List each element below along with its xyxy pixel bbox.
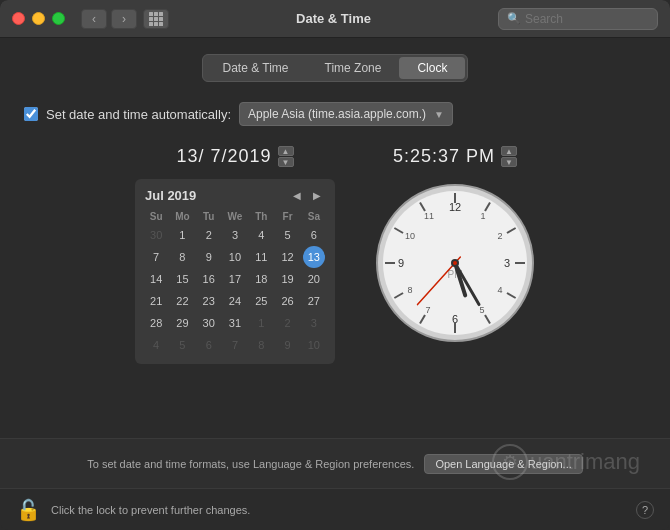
calendar-widget: Jul 2019 ◀ ▶ SuMoTuWeThFrSa3012345678910…: [135, 179, 335, 364]
back-button[interactable]: ‹: [81, 9, 107, 29]
tab-datetime[interactable]: Date & Time: [205, 57, 307, 79]
calendar-day[interactable]: 5: [277, 224, 299, 246]
time-display: 5:25:37 PM: [393, 146, 495, 167]
watermark: ⚙ uantrimang: [492, 444, 640, 480]
content-area: Date & Time Time Zone Clock Set date and…: [0, 38, 670, 380]
tab-clock[interactable]: Clock: [399, 57, 465, 79]
calendar-day: 2: [277, 312, 299, 334]
calendar-day[interactable]: 3: [224, 224, 246, 246]
help-button[interactable]: ?: [636, 501, 654, 519]
calendar-day[interactable]: 15: [171, 268, 193, 290]
calendar-day[interactable]: 11: [250, 246, 272, 268]
calendar-week-row: 45678910: [143, 334, 327, 356]
svg-text:5: 5: [479, 305, 484, 315]
watermark-icon: ⚙: [492, 444, 528, 480]
svg-text:11: 11: [424, 211, 434, 221]
calendar-day[interactable]: 9: [198, 246, 220, 268]
calendar-grid: SuMoTuWeThFrSa30123456789101112131415161…: [143, 209, 327, 356]
date-up-arrow[interactable]: ▲: [278, 146, 294, 156]
time-stepper[interactable]: ▲ ▼: [501, 146, 517, 167]
svg-text:12: 12: [449, 201, 461, 213]
calendar-nav: ◀ ▶: [289, 187, 325, 203]
calendar-day[interactable]: 12: [277, 246, 299, 268]
calendar-day[interactable]: 25: [250, 290, 272, 312]
calendar-day[interactable]: 31: [224, 312, 246, 334]
server-select[interactable]: Apple Asia (time.asia.apple.com.) ▼: [239, 102, 453, 126]
search-input[interactable]: [525, 12, 649, 26]
titlebar: ‹ › Date & Time 🔍: [0, 0, 670, 38]
calendar-day[interactable]: 13: [303, 246, 325, 268]
svg-text:10: 10: [405, 231, 415, 241]
clock-section: 5:25:37 PM ▲ ▼: [375, 146, 535, 343]
calendar-day[interactable]: 17: [224, 268, 246, 290]
time-up-arrow[interactable]: ▲: [501, 146, 517, 156]
calendar-day-header: Sa: [301, 209, 327, 224]
traffic-lights: [12, 12, 65, 25]
calendar-month-year: Jul 2019: [145, 188, 196, 203]
lock-text: Click the lock to prevent further change…: [51, 504, 250, 516]
calendar-day[interactable]: 26: [277, 290, 299, 312]
svg-text:1: 1: [480, 211, 485, 221]
auto-set-checkbox[interactable]: [24, 107, 38, 121]
calendar-day[interactable]: 28: [145, 312, 167, 334]
calendar-section: 13/ 7/2019 ▲ ▼ Jul 2019 ◀ ▶: [135, 146, 335, 364]
calendar-day: 7: [224, 334, 246, 356]
calendar-day[interactable]: 21: [145, 290, 167, 312]
calendar-week-row: 14151617181920: [143, 268, 327, 290]
calendar-day: 4: [145, 334, 167, 356]
calendar-day-header: Fr: [274, 209, 300, 224]
calendar-day[interactable]: 7: [145, 246, 167, 268]
server-name: Apple Asia (time.asia.apple.com.): [248, 107, 426, 121]
svg-text:9: 9: [398, 257, 404, 269]
lock-bar: 🔓 Click the lock to prevent further chan…: [0, 488, 670, 530]
time-down-arrow[interactable]: ▼: [501, 157, 517, 167]
date-down-arrow[interactable]: ▼: [278, 157, 294, 167]
calendar-day-header: Mo: [169, 209, 195, 224]
calendar-next-button[interactable]: ▶: [309, 187, 325, 203]
calendar-day[interactable]: 1: [171, 224, 193, 246]
calendar-day[interactable]: 18: [250, 268, 272, 290]
time-input-row: 5:25:37 PM ▲ ▼: [393, 146, 517, 167]
calendar-day[interactable]: 16: [198, 268, 220, 290]
tab-timezone[interactable]: Time Zone: [307, 57, 400, 79]
calendar-day[interactable]: 20: [303, 268, 325, 290]
calendar-day[interactable]: 6: [303, 224, 325, 246]
grid-icon: [149, 12, 163, 26]
calendar-day[interactable]: 24: [224, 290, 246, 312]
calendar-header: Jul 2019 ◀ ▶: [143, 187, 327, 203]
dropdown-arrow-icon: ▼: [434, 109, 444, 120]
window-title: Date & Time: [169, 11, 498, 26]
calendar-day-header: Th: [248, 209, 274, 224]
calendar-day: 6: [198, 334, 220, 356]
minimize-button[interactable]: [32, 12, 45, 25]
calendar-day: 1: [250, 312, 272, 334]
forward-button[interactable]: ›: [111, 9, 137, 29]
calendar-day[interactable]: 8: [171, 246, 193, 268]
watermark-text: uantrimang: [530, 449, 640, 475]
svg-text:8: 8: [407, 285, 412, 295]
lock-icon[interactable]: 🔓: [16, 498, 41, 522]
calendar-day[interactable]: 19: [277, 268, 299, 290]
svg-point-28: [453, 261, 457, 265]
calendar-day[interactable]: 30: [198, 312, 220, 334]
maximize-button[interactable]: [52, 12, 65, 25]
close-button[interactable]: [12, 12, 25, 25]
search-box[interactable]: 🔍: [498, 8, 658, 30]
analog-clock: 12 3 6 9 1 2 4 5 7 8 10 11 PM: [375, 183, 535, 343]
clock-face-svg: 12 3 6 9 1 2 4 5 7 8 10 11 PM: [375, 183, 535, 343]
calendar-day[interactable]: 10: [224, 246, 246, 268]
date-stepper[interactable]: ▲ ▼: [278, 146, 294, 167]
calendar-day[interactable]: 23: [198, 290, 220, 312]
calendar-prev-button[interactable]: ◀: [289, 187, 305, 203]
calendar-day-header: Tu: [196, 209, 222, 224]
calendar-day[interactable]: 2: [198, 224, 220, 246]
grid-view-button[interactable]: [143, 9, 169, 29]
calendar-day[interactable]: 4: [250, 224, 272, 246]
calendar-day[interactable]: 14: [145, 268, 167, 290]
calendar-day[interactable]: 29: [171, 312, 193, 334]
calendar-day[interactable]: 22: [171, 290, 193, 312]
calendar-week-row: 21222324252627: [143, 290, 327, 312]
calendar-day[interactable]: 27: [303, 290, 325, 312]
calendar-day: 8: [250, 334, 272, 356]
calendar-day: 5: [171, 334, 193, 356]
